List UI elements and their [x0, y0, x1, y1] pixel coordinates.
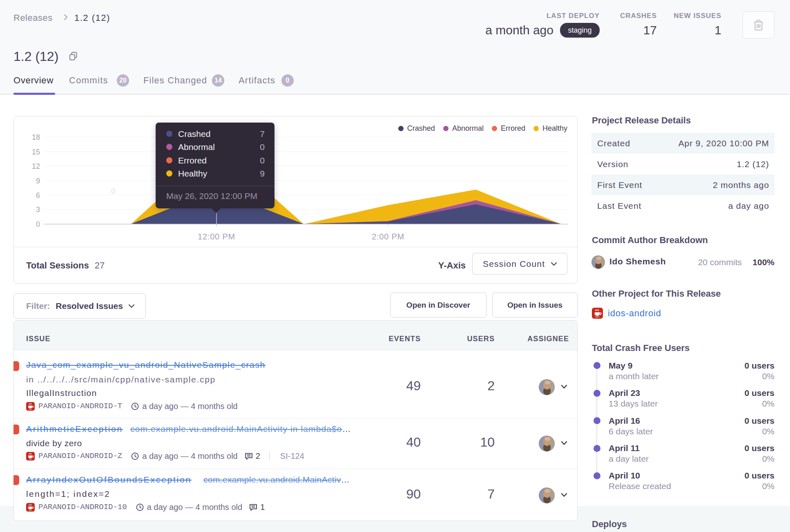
svg-text:12: 12: [32, 162, 40, 170]
svg-text:9: 9: [36, 177, 40, 185]
svg-text:12:00 PM: 12:00 PM: [198, 232, 235, 241]
svg-text:18: 18: [32, 133, 40, 141]
svg-text:15: 15: [32, 148, 40, 156]
svg-text:6: 6: [36, 191, 40, 199]
svg-text:2:00 PM: 2:00 PM: [372, 232, 404, 241]
svg-text:3: 3: [36, 206, 40, 214]
svg-text:0: 0: [111, 187, 115, 195]
svg-text:0: 0: [36, 220, 40, 228]
